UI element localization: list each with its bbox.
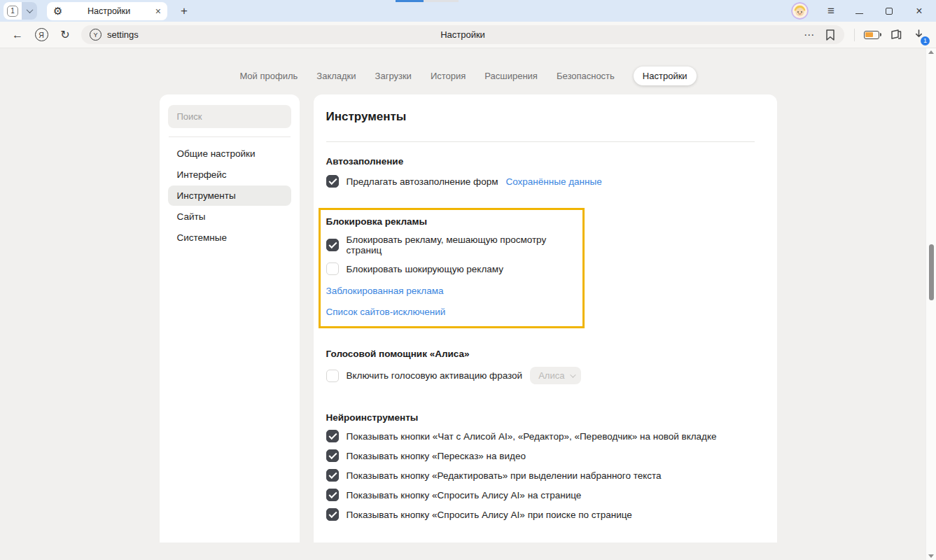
title-divider — [326, 141, 755, 142]
tab-count: 1 — [7, 6, 18, 17]
autofill-checkbox[interactable] — [326, 175, 339, 188]
new-tab-button[interactable]: + — [176, 3, 193, 20]
adblock-heading: Блокировка рекламы — [326, 216, 574, 227]
minimize-icon — [855, 13, 863, 14]
address-bar[interactable]: Y settings Настройки ⋯ — [81, 25, 844, 44]
neuro-row-retell: Показывать кнопку «Пересказ» на видео — [326, 449, 755, 462]
nav-tab-history[interactable]: История — [431, 71, 466, 81]
nav-tab-extensions[interactable]: Расширения — [484, 71, 538, 81]
chevron-down-icon — [571, 372, 576, 377]
page-title: Инструменты — [326, 110, 755, 124]
top-accent-bar — [396, 0, 424, 2]
gear-icon: ⚙ — [53, 6, 62, 16]
chevron-down-icon — [26, 6, 33, 13]
collections-icon — [889, 28, 903, 42]
neuro-newtab-label: Показывать кнопки «Чат с Алисой AI», «Ре… — [347, 431, 717, 442]
settings-content: Инструменты Автозаполнение Предлагать ав… — [314, 94, 777, 542]
back-button[interactable]: ← — [7, 25, 28, 45]
alice-row: Включить голосовую активацию фразой Алис… — [326, 367, 755, 384]
tab-counter-group: 1 — [4, 2, 37, 20]
scroll-up-icon[interactable] — [928, 50, 934, 54]
toolbar-separator — [854, 29, 855, 41]
page-scrollbar[interactable] — [925, 48, 936, 560]
sidebar-item-interface[interactable]: Интерфейс — [168, 164, 291, 185]
neuro-retell-checkbox[interactable] — [326, 449, 339, 462]
neuro-edit-label: Показывать кнопку «Редактировать» при вы… — [347, 470, 662, 481]
neuro-row-ask-page: Показывать кнопку «Спросить Алису AI» на… — [326, 489, 755, 501]
close-tab-icon[interactable]: × — [155, 6, 161, 16]
alice-phrase-select[interactable]: Алиса — [530, 367, 581, 384]
nav-tab-bookmarks[interactable]: Закладки — [316, 71, 356, 81]
neuro-ask-search-label: Показывать кнопку «Спросить Алису AI» пр… — [347, 510, 632, 520]
scroll-down-icon[interactable] — [928, 554, 934, 558]
adblock-row-shocking: Блокировать шокирующую рекламу — [326, 262, 574, 275]
restore-icon — [886, 8, 893, 15]
restore-button[interactable] — [883, 6, 895, 17]
neuro-ask-search-checkbox[interactable] — [326, 508, 339, 521]
section-autofill: Автозаполнение Предлагать автозаполнение… — [326, 156, 755, 188]
alice-checkbox-label: Включить голосовую активацию фразой — [347, 370, 523, 381]
battery-fill — [865, 32, 873, 37]
collections-button[interactable] — [886, 25, 907, 45]
neuro-newtab-checkbox[interactable] — [326, 430, 339, 442]
section-alice: Голосовой помощник «Алиса» Включить голо… — [326, 349, 755, 384]
settings-layout: Общие настройки Интерфейс Инструменты Са… — [0, 94, 936, 542]
blocked-ads-link[interactable]: Заблокированная реклама — [326, 286, 574, 296]
saved-data-link[interactable]: Сохранённые данные — [505, 176, 601, 187]
adblock-annoying-label: Блокировать рекламу, мешающую просмотру … — [347, 234, 574, 255]
nav-tab-security[interactable]: Безопасность — [557, 71, 615, 81]
close-window-button[interactable]: × — [914, 6, 925, 17]
battery-saver-button[interactable] — [862, 25, 883, 45]
more-actions-icon[interactable]: ⋯ — [804, 29, 815, 41]
section-neuro: Нейроинструменты Показывать кнопки «Чат … — [326, 412, 755, 521]
neuro-row-edit: Показывать кнопку «Редактировать» при вы… — [326, 469, 755, 482]
tab-counter-button[interactable]: 1 — [4, 2, 22, 20]
tabstrip-right-controls: ≡ × — [791, 2, 929, 20]
nav-tab-profile[interactable]: Мой профиль — [239, 71, 298, 81]
adblock-annoying-checkbox[interactable] — [326, 239, 339, 251]
search-input[interactable] — [168, 105, 291, 128]
bookmark-icon[interactable] — [825, 29, 836, 41]
neuro-edit-checkbox[interactable] — [326, 469, 339, 482]
tab-list-dropdown-button[interactable] — [22, 2, 37, 20]
adblock-shocking-label: Блокировать шокирующую рекламу — [347, 264, 503, 274]
exception-sites-link[interactable]: Список сайтов-исключений — [326, 307, 574, 317]
neuro-retell-label: Показывать кнопку «Пересказ» на видео — [347, 451, 526, 461]
scrollbar-thumb[interactable] — [929, 244, 934, 300]
sidebar-item-tools[interactable]: Инструменты — [168, 186, 291, 206]
browser-menu-button[interactable]: ≡ — [827, 4, 834, 18]
top-accent-bar-secondary — [424, 0, 459, 2]
nav-tab-downloads[interactable]: Загрузки — [375, 71, 412, 81]
profile-avatar[interactable] — [791, 2, 809, 20]
address-bar-right: ⋯ — [804, 29, 836, 41]
minimize-button[interactable] — [853, 6, 865, 17]
alice-phrase-value: Алиса — [538, 370, 564, 381]
avatar-image — [791, 2, 809, 20]
browser-tab-settings[interactable]: ⚙ Настройки × — [47, 2, 167, 20]
sidebar-item-general[interactable]: Общие настройки — [168, 144, 291, 164]
settings-sidebar: Общие настройки Интерфейс Инструменты Са… — [160, 94, 300, 542]
sidebar-divider — [169, 136, 291, 137]
nav-tab-settings[interactable]: Настройки — [634, 66, 697, 85]
section-adblock-highlighted: Блокировка рекламы Блокировать рекламу, … — [319, 208, 585, 328]
settings-nav-tabs: Мой профиль Закладки Загрузки История Ра… — [0, 66, 936, 85]
sidebar-item-system[interactable]: Системные — [168, 227, 291, 248]
browser-window: 1 ⚙ Настройки × + — [0, 0, 936, 560]
neuro-ask-page-checkbox[interactable] — [326, 489, 339, 501]
neuro-ask-page-label: Показывать кнопку «Спросить Алису AI» на… — [347, 490, 582, 500]
autofill-row: Предлагать автозаполнение форм Сохранённ… — [326, 175, 755, 188]
yandex-logo-button[interactable]: Я — [31, 25, 52, 45]
protect-icon[interactable]: Y — [90, 29, 102, 41]
url-text[interactable]: settings — [107, 29, 139, 40]
close-icon: × — [916, 6, 922, 17]
downloads-button[interactable]: 1 — [909, 26, 928, 44]
adblock-shocking-checkbox[interactable] — [326, 262, 339, 275]
settings-page: Мой профиль Закладки Загрузки История Ра… — [0, 48, 936, 560]
sidebar-item-sites[interactable]: Сайты — [168, 206, 291, 227]
neuro-heading: Нейроинструменты — [326, 412, 755, 423]
alice-activation-checkbox[interactable] — [326, 370, 339, 382]
refresh-button[interactable]: ↻ — [55, 25, 76, 45]
neuro-row-ask-search: Показывать кнопку «Спросить Алису AI» пр… — [326, 508, 755, 521]
neuro-row-newtab: Показывать кнопки «Чат с Алисой AI», «Ре… — [326, 430, 755, 442]
tab-title: Настройки — [68, 6, 149, 16]
